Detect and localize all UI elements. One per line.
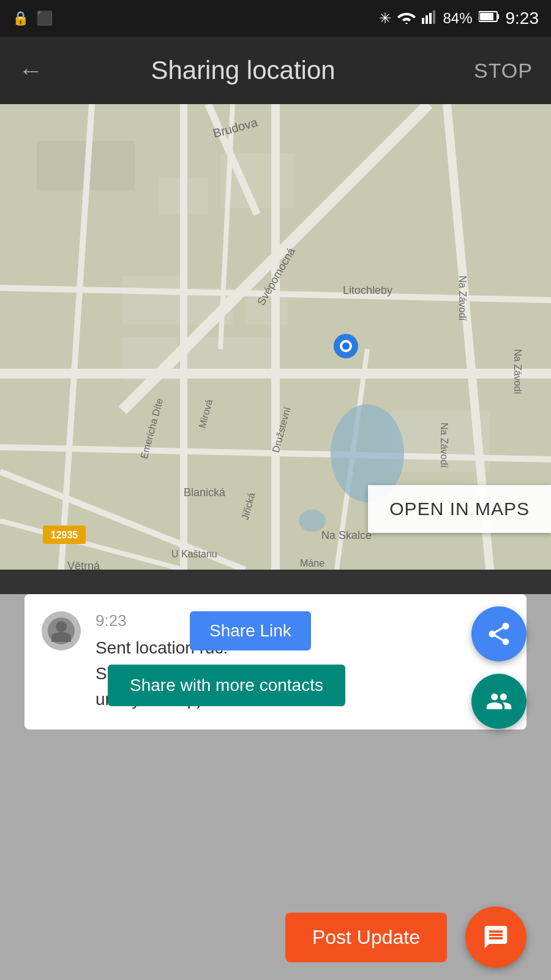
wifi-icon (397, 9, 416, 28)
post-update-button[interactable]: Post Update (285, 913, 447, 962)
top-bar: ← Sharing location STOP (0, 37, 551, 104)
image-icon: ⬛ (36, 10, 53, 26)
svg-point-33 (299, 510, 326, 532)
share-link-button[interactable]: Share Link (190, 611, 311, 650)
lock-icon: 🔒 (12, 10, 29, 26)
svg-text:Na Závodí: Na Závodí (457, 276, 468, 321)
svg-rect-5 (497, 14, 499, 19)
svg-text:Blanická: Blanická (184, 486, 226, 499)
svg-rect-6 (480, 13, 493, 20)
bottom-actions: Post Update (0, 907, 551, 968)
svg-text:Na Skalce: Na Skalce (321, 529, 372, 541)
back-button[interactable]: ← (18, 57, 43, 85)
open-in-maps-button[interactable]: OPEN IN MAPS (368, 485, 551, 533)
svg-text:Na Závodí: Na Závodí (439, 423, 449, 468)
signal-icon (422, 9, 437, 28)
bottom-section: 9:23 Sent location ruc.Sharing for the n… (0, 594, 551, 980)
stop-button[interactable]: STOP (474, 59, 533, 83)
svg-rect-16 (233, 337, 276, 374)
share-contacts-button[interactable]: Share with more contacts (108, 665, 345, 706)
battery-icon (479, 10, 500, 26)
svg-rect-1 (425, 15, 428, 24)
fab-contacts-button[interactable] (471, 674, 527, 729)
page-title: Sharing location (61, 56, 425, 85)
svg-text:Litochleby: Litochleby (343, 284, 392, 296)
svg-rect-3 (433, 10, 435, 24)
status-bar: 🔒 ⬛ ✳ 84% 9:23 (0, 0, 551, 37)
svg-point-53 (342, 342, 350, 350)
time-display: 9:23 (506, 9, 539, 28)
avatar (42, 611, 81, 650)
svg-text:Na Závodí: Na Závodí (512, 349, 523, 394)
svg-rect-0 (422, 18, 424, 24)
fab-share-button[interactable] (471, 606, 527, 662)
bluetooth-icon: ✳ (379, 10, 391, 27)
fab-chat-button[interactable] (465, 907, 527, 968)
svg-text:U Kaštanu: U Kaštanu (171, 549, 217, 559)
battery-text: 84% (443, 10, 472, 27)
svg-rect-2 (429, 13, 432, 24)
svg-rect-11 (122, 276, 184, 325)
svg-text:12935: 12935 (51, 530, 78, 540)
map-area: Brudova Svépomocná Litochleby Na Závodí … (0, 104, 551, 570)
svg-text:Větrná: Větrná (67, 560, 100, 570)
svg-text:Máne: Máne (300, 558, 324, 568)
